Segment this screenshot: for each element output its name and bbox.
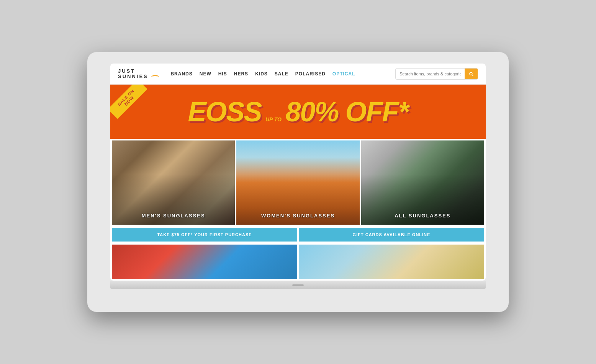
nav-item-hers[interactable]: HERS <box>234 71 248 77</box>
hero-eoss: EOSS <box>188 96 261 127</box>
category-all-image <box>361 140 484 225</box>
hero-upto: UP TO <box>265 116 282 123</box>
site-logo[interactable]: JUST SUNNIES <box>118 69 159 80</box>
category-grid: MEN'S SUNGLASSES WOMEN'S SUNGLASSES ALL … <box>110 139 486 226</box>
bottom-images <box>110 243 486 281</box>
promo-banners: TAKE $75 OFF* YOUR FIRST PURCHASE GIFT C… <box>110 226 486 243</box>
search-input[interactable] <box>396 69 465 78</box>
hero-banner[interactable]: SALE ON NOW EOSS UP TO 80% OFF* <box>110 85 486 139</box>
promo-gift-cards[interactable]: GIFT CARDS AVAILABLE ONLINE <box>299 228 484 242</box>
hero-text: EOSS UP TO 80% OFF* <box>126 96 470 127</box>
search-icon <box>468 71 474 77</box>
category-mens-image <box>112 140 235 225</box>
category-all-label: ALL SUNGLASSES <box>361 213 484 219</box>
category-mens[interactable]: MEN'S SUNGLASSES <box>112 140 235 225</box>
laptop-frame: JUST SUNNIES BRANDS NEW HIS HERS KIDS SA… <box>87 52 509 312</box>
logo-arc-icon <box>151 75 159 79</box>
laptop-bottom-bar <box>110 281 486 289</box>
logo-sunnies-text: SUNNIES <box>118 74 159 79</box>
browser-window: JUST SUNNIES BRANDS NEW HIS HERS KIDS SA… <box>110 64 486 281</box>
bottom-image-right-bg <box>299 245 484 279</box>
search-button[interactable] <box>465 69 478 79</box>
nav-item-optical[interactable]: OPTICAL <box>332 71 355 77</box>
category-womens-image <box>236 140 359 225</box>
promo-first-purchase[interactable]: TAKE $75 OFF* YOUR FIRST PURCHASE <box>112 228 297 242</box>
nav-item-polarised[interactable]: POLARISED <box>295 71 326 77</box>
site-header: JUST SUNNIES BRANDS NEW HIS HERS KIDS SA… <box>110 64 486 85</box>
trackpad <box>292 284 304 286</box>
search-bar <box>395 68 478 80</box>
logo-just-text: JUST <box>118 69 159 74</box>
bottom-image-right[interactable] <box>299 245 484 279</box>
nav-item-brands[interactable]: BRANDS <box>170 71 192 77</box>
hero-discount: 80% OFF* <box>285 96 408 127</box>
category-mens-label: MEN'S SUNGLASSES <box>112 213 235 219</box>
nav-item-sale[interactable]: SALE <box>275 71 288 77</box>
category-womens-label: WOMEN'S SUNGLASSES <box>236 213 359 219</box>
category-all[interactable]: ALL SUNGLASSES <box>361 140 484 225</box>
bottom-image-left-bg <box>112 245 297 279</box>
bottom-image-left[interactable] <box>112 245 297 279</box>
nav-item-his[interactable]: HIS <box>218 71 227 77</box>
main-nav: BRANDS NEW HIS HERS KIDS SALE POLARISED … <box>170 71 388 77</box>
category-womens[interactable]: WOMEN'S SUNGLASSES <box>236 140 359 225</box>
nav-item-kids[interactable]: KIDS <box>255 71 268 77</box>
nav-item-new[interactable]: NEW <box>200 71 211 77</box>
